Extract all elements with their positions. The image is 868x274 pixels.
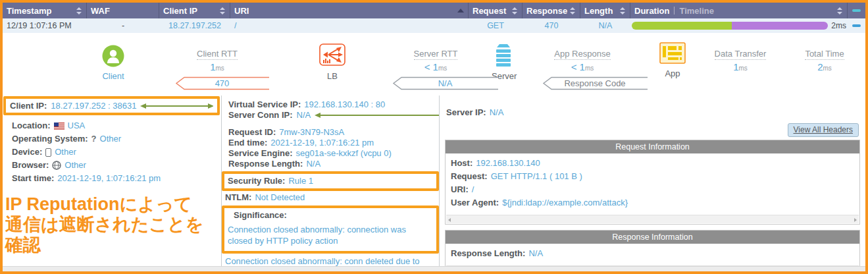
- server-ip-field: Server IP: N/A: [446, 106, 860, 119]
- flow-node-server: Server: [492, 43, 515, 81]
- col-duration-label: Duration: [634, 6, 669, 16]
- security-rule-highlight-box: Security Rule: Rule 1: [222, 171, 439, 191]
- sort-icon[interactable]: [220, 7, 226, 14]
- col-response[interactable]: Response: [523, 3, 580, 18]
- field-value: 2021-12-19, 1:07:16:21 pm: [270, 138, 374, 148]
- col-length[interactable]: Length: [580, 3, 630, 18]
- cell-request: GET: [469, 21, 523, 30]
- flow-arrow-na: N/A: [392, 76, 499, 90]
- metric-unit: ms: [823, 65, 832, 72]
- horizontal-scrollbar[interactable]: [446, 215, 859, 223]
- sort-icon[interactable]: [570, 7, 576, 14]
- col-waf-label: WAF: [91, 6, 110, 16]
- col-timeline-label: Timeline: [679, 6, 714, 16]
- timeline-bar: [632, 22, 828, 30]
- metric-label: App Response: [554, 49, 610, 60]
- annotation-line: IP Reputationによって: [5, 194, 221, 215]
- os-field: Operating System: ? Other: [3, 132, 221, 146]
- unknown-os-icon: ?: [91, 133, 97, 145]
- app-node-label: App: [659, 68, 686, 78]
- client-ip-highlight-box: Client IP: 18.27.197.252 : 38631: [3, 96, 220, 115]
- col-uri[interactable]: URI: [230, 3, 469, 18]
- response-information-title: Response Information: [446, 231, 859, 244]
- sort-icon[interactable]: [512, 7, 518, 14]
- request-information-box: Request Information Host: 192.168.130.14…: [445, 140, 860, 225]
- field-label: End time:: [228, 138, 267, 148]
- service-engine-field: Service Engine: seg01a-se-kxkzf (vcpu 0): [225, 148, 439, 159]
- collapse-row-icon[interactable]: [852, 24, 861, 27]
- detail-panels: Client IP: 18.27.197.252 : 38631 Locatio…: [3, 96, 865, 266]
- metric-label: Total Time: [805, 49, 844, 60]
- client-detail-panel: Client IP: 18.27.197.252 : 38631 Locatio…: [3, 96, 222, 266]
- col-duration-timeline[interactable]: Duration Timeline: [630, 3, 848, 18]
- metric-unit: ms: [438, 65, 447, 72]
- field-value: N/A: [528, 248, 543, 260]
- device-icon: [45, 148, 51, 157]
- metric-value: < 1: [424, 61, 438, 72]
- log-table-header: Timestamp WAF Client IP URI Request Resp…: [3, 3, 865, 18]
- metric-value: 1: [210, 61, 215, 72]
- annotation-line: 確認: [5, 235, 221, 256]
- flow-arrow-label: 470: [174, 76, 270, 90]
- load-balancer-icon: [319, 43, 345, 67]
- browser-globe-icon: [52, 161, 61, 170]
- col-client-ip[interactable]: Client IP: [159, 3, 230, 18]
- field-label: Security Rule:: [228, 175, 285, 187]
- metric-client-rtt: Client RTT 1ms: [178, 47, 257, 72]
- metric-app-response: App Response < 1ms: [543, 47, 622, 72]
- cell-timestamp: 12/19 1:07:16 PM: [3, 21, 87, 30]
- metric-value: < 1: [571, 61, 585, 72]
- security-rule-field: Security Rule: Rule 1: [224, 175, 436, 188]
- field-value: Other: [64, 159, 86, 171]
- metric-label: Data Transfer: [715, 49, 767, 60]
- col-waf[interactable]: WAF: [87, 3, 159, 18]
- host-field: Host: 192.168.130.140: [451, 157, 854, 170]
- client-ip-value: 18.27.197.252 : 38631: [51, 101, 136, 111]
- server-conn-ip-field: Server Conn IP: N/A: [225, 110, 439, 121]
- cell-client-ip: 18.27.197.252: [159, 21, 230, 30]
- sort-icon[interactable]: [76, 7, 82, 14]
- view-all-headers-button[interactable]: View All Headers: [788, 123, 859, 137]
- metric-total-time: Total Time 2ms: [785, 47, 864, 72]
- field-value: /: [472, 184, 474, 196]
- bottom-scrollbar-track[interactable]: [3, 266, 865, 271]
- col-request-label: Request: [472, 6, 506, 16]
- server-detail-panel: Server IP: N/A View All Headers Request …: [440, 96, 865, 266]
- metric-data-transfer: Data Transfer 1ms: [701, 47, 780, 72]
- field-value: seg01a-se-kxkzf (vcpu 0): [296, 148, 392, 159]
- log-table-row[interactable]: 12/19 1:07:16 PM - 18.27.197.252 / GET 4…: [3, 18, 865, 33]
- request-flow-diagram: Client Client RTT 1ms: [3, 33, 865, 96]
- field-label: Browser:: [12, 159, 49, 171]
- virtual-service-ip-field: Virtual Service IP: 192.168.130.140 : 80: [225, 99, 439, 110]
- col-response-label: Response: [526, 6, 567, 16]
- cell-timeline: 2ms: [630, 21, 848, 30]
- col-request[interactable]: Request: [469, 3, 523, 18]
- field-label: Location:: [12, 120, 51, 132]
- field-label: Response Length:: [228, 159, 303, 169]
- field-label: NTLM:: [225, 192, 251, 204]
- divider: [674, 7, 675, 14]
- client-node-label: Client: [93, 71, 133, 81]
- response-length-field: Response Length: N/A: [451, 247, 854, 260]
- cell-response: 470: [523, 21, 580, 30]
- japanese-annotation: IP Reputationによって 通信は遮断されたことを 確認: [3, 194, 221, 256]
- field-label: Server Conn IP:: [228, 110, 293, 121]
- field-value: Other: [55, 146, 76, 158]
- field-value: N/A: [490, 107, 504, 119]
- col-timestamp[interactable]: Timestamp: [3, 3, 87, 18]
- request-information-title: Request Information: [446, 140, 859, 153]
- sort-ascending-icon[interactable]: [457, 9, 464, 13]
- col-length-label: Length: [584, 6, 613, 16]
- metric-unit: ms: [585, 65, 594, 72]
- sort-icon[interactable]: [620, 7, 626, 14]
- field-value: Other: [100, 133, 122, 145]
- us-flag-icon: [54, 123, 64, 130]
- sort-icon[interactable]: [837, 7, 843, 14]
- cell-uri: /: [230, 21, 469, 30]
- ntlm-field: NTLM: Not Detected: [222, 191, 439, 204]
- flow-arrow-label: Response Code: [542, 76, 648, 90]
- collapse-header-icon[interactable]: [852, 9, 861, 12]
- browser-field: Browser: Other: [3, 159, 221, 172]
- field-label: URI:: [451, 184, 469, 196]
- end-time-field: End time: 2021-12-19, 1:07:16:21 pm: [225, 138, 439, 148]
